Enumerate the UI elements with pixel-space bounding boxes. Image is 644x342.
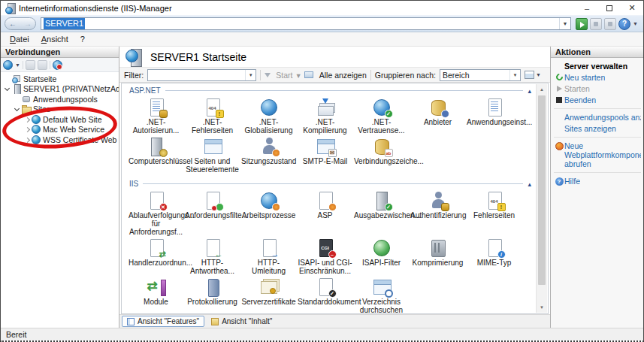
tree-item-mac-web-service[interactable]: Mac Web Service (1, 125, 119, 135)
scroll-up-icon[interactable]: ▲ (537, 84, 547, 95)
expander-collapsed-icon[interactable] (23, 126, 31, 133)
feature-net-autorisierun[interactable]: .NET-Autorisierun... (128, 97, 184, 136)
feature-handlerzuordnun[interactable]: ⇄Handlerzuordnun... (128, 238, 184, 277)
action-anwendungspools-anzeigen[interactable]: Anwendungspools anzeigen (554, 113, 641, 122)
group-by-select[interactable]: Bereich ▼ (440, 69, 521, 81)
tab-ansicht-inhalt[interactable]: Ansicht "Inhalt" (207, 316, 277, 327)
feature-anforderungsfilte[interactable]: Anforderungsfilte... (184, 190, 240, 238)
views-button[interactable]: ▼ (525, 71, 541, 79)
back-icon[interactable]: ← (9, 20, 17, 28)
feature-isapi-filter[interactable]: ISAPI-Filter (353, 238, 410, 277)
title-bar[interactable]: Internetinformationsdienste (IIS)-Manage… (1, 1, 643, 15)
feature-authentifizierung[interactable]: Authentifizierung (410, 190, 466, 238)
scrollbar-thumb[interactable] (538, 95, 546, 285)
minimize-button[interactable]: – (576, 1, 598, 15)
start-filter-caret: ▾ (296, 71, 300, 80)
tree-item-anwendungspools[interactable]: Anwendungspools (1, 94, 119, 104)
feature-serverzertifikate[interactable]: Serverzertifikate (240, 277, 297, 314)
site-icon (32, 115, 41, 124)
feature-protokollierung[interactable]: Protokollierung (184, 277, 240, 314)
feature-mime-typ[interactable]: iMIME-Typ (466, 238, 522, 277)
feature-komprimierung[interactable]: Komprimierung (410, 238, 466, 277)
forward-icon[interactable]: → (24, 20, 32, 28)
action-label: Sites anzeigen (564, 124, 616, 133)
stop-icon[interactable] (590, 18, 602, 30)
feature-verzeichnis-durchsuchen[interactable]: Verzeichnis durchsuchen (353, 277, 410, 314)
view-tabs: Ansicht "Features"Ansicht "Inhalt" (119, 314, 550, 328)
feature-isapi-und-cgi-einschränkun[interactable]: CGI–ISAPI- und CGI-Einschränkun... (297, 238, 353, 277)
action-header-server-verwalten: Server verwalten (554, 62, 641, 71)
scroll-down-icon[interactable]: ▼ (537, 302, 547, 313)
tree-item-wss-certificate-web-service[interactable]: WSS Certificate Web Service (1, 135, 119, 145)
menu-item-ansicht[interactable]: Ansicht (35, 33, 74, 45)
features-view-icon (127, 318, 135, 325)
feature-http-umleitung[interactable]: →HTTP-Umleitung (240, 238, 297, 277)
tree-item-sites[interactable]: Sites (1, 104, 119, 115)
create-connection-dropdown-icon[interactable]: ▼ (15, 62, 20, 68)
tree-item-default-web-site[interactable]: Default Web Site (1, 114, 119, 125)
address-dropdown-icon[interactable]: ▼ (559, 18, 570, 29)
action-hilfe[interactable]: ?Hilfe (554, 177, 641, 186)
feature-computerschlüssel[interactable]: Computerschlüssel (128, 136, 184, 175)
section-collapse-icon[interactable]: ▴ (528, 180, 531, 188)
feature-arbeitsprozesse[interactable]: Arbeitsprozesse (240, 190, 297, 238)
show-all-button[interactable]: Alle anzeigen (319, 71, 367, 80)
feature-seiten-und-steuerelemente[interactable]: Seiten und Steuerelemente (184, 136, 240, 175)
go-icon[interactable] (576, 18, 588, 30)
action-label: Starten (564, 84, 590, 93)
expander-expanded-icon[interactable] (4, 85, 11, 92)
feature-net-kompilierung[interactable]: .NET-Kompilierung (297, 97, 353, 136)
list-icon (485, 98, 504, 117)
filter-dropdown-icon[interactable]: ▼ (245, 70, 255, 80)
tab-ansicht-features[interactable]: Ansicht "Features" (122, 316, 204, 327)
tree-item-server1-privat-netzadmin[interactable]: SERVER1 (PRIVAT\NetzAdmin) (1, 84, 119, 95)
expander-collapsed-icon[interactable] (23, 136, 31, 144)
filter-input[interactable]: ▼ (147, 69, 256, 81)
feature-ablaufverfolgungs-für-anforderungsf[interactable]: ✕Ablaufverfolgungs... für Anforderungsf.… (128, 190, 184, 238)
tree-item-startseite[interactable]: Startseite (1, 74, 119, 84)
feature-label: Anforderungsfilte... (185, 211, 240, 219)
feature-http-antworthea[interactable]: ←HTTP-Antworthea... (184, 238, 240, 277)
help-icon[interactable]: ? (618, 18, 630, 30)
close-button[interactable]: ✕ (621, 1, 643, 15)
menu-item-datei[interactable]: Datei (4, 33, 35, 45)
feature-label: Komprimierung (410, 259, 465, 267)
icon-glyph: CGI (319, 246, 332, 250)
feature-anbieter[interactable]: Anbieter (410, 97, 466, 136)
help-dropdown-icon[interactable]: ▼ (633, 21, 638, 26)
disconnect-icon[interactable] (53, 60, 62, 70)
gear-badge-icon (272, 203, 280, 211)
action-neu-starten[interactable]: Neu starten (554, 73, 641, 82)
feature-ausgabezwischen[interactable]: ✓Ausgabezwischen... (353, 190, 410, 238)
feature-sitzungszustand[interactable]: Sitzungszustand (240, 136, 297, 175)
expander-expanded-icon[interactable] (14, 105, 21, 113)
feature-net-fehlerseiten[interactable]: 404!.NET-Fehlerseiten (184, 97, 240, 136)
vertical-scrollbar[interactable]: ▲ ▼ (536, 84, 547, 313)
feature-standarddokument[interactable]: ✓Standarddokument (297, 277, 353, 314)
toolbar-separator (50, 61, 50, 69)
home-icon[interactable] (604, 18, 616, 30)
menu-item-[interactable]: ? (74, 33, 91, 45)
create-connection-icon[interactable] (3, 60, 13, 70)
feature-fehlerseiten[interactable]: 404!Fehlerseiten (466, 190, 522, 238)
action-sites-anzeigen[interactable]: Sites anzeigen (554, 124, 641, 133)
maximize-button[interactable] (598, 1, 621, 15)
feature-label: .NET-Autorisierun... (128, 118, 183, 135)
feature-label: .NET-Fehlerseiten (185, 118, 240, 135)
action-beenden[interactable]: Beenden (554, 95, 641, 104)
action-neue-webplattformkomponenten-abrufen[interactable]: Neue Webplattformkomponenten abrufen (554, 141, 641, 168)
globe-icon: ✓ (372, 98, 392, 117)
page-icon: ← (203, 239, 222, 257)
address-input[interactable]: SERVER1 ▼ (41, 17, 571, 30)
feature-smtp-e-mail[interactable]: ✉SMTP-E-Mail (297, 136, 353, 175)
feature-module[interactable]: Module (128, 277, 184, 314)
feature-asp[interactable]: ASP (297, 190, 353, 238)
feature-net-vertrauense[interactable]: ✓.NET-Vertrauense... (353, 97, 410, 136)
feature-verbindungszeiche[interactable]: abVerbindungszeiche... (353, 136, 410, 175)
section-collapse-icon[interactable]: ▴ (528, 87, 531, 95)
group-by-dropdown-icon[interactable]: ▼ (509, 70, 520, 80)
feature-anwendungseinst[interactable]: Anwendungseinst... (466, 97, 522, 136)
filter-badge-icon (216, 203, 224, 211)
expander-collapsed-icon[interactable] (23, 116, 31, 123)
feature-net-globalisierung[interactable]: .NET-Globalisierung (240, 97, 297, 136)
